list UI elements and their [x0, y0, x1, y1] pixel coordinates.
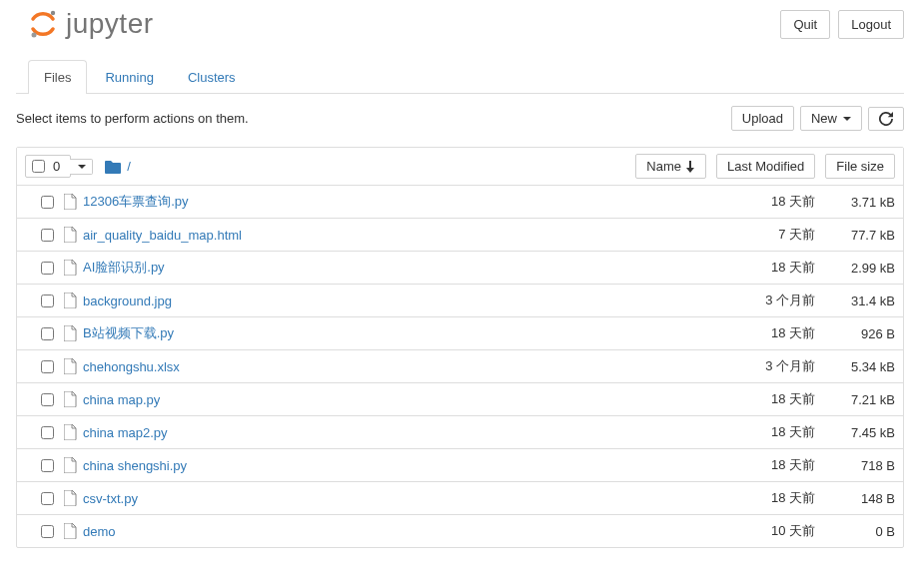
- file-checkbox[interactable]: [41, 262, 54, 275]
- file-name-link[interactable]: csv-txt.py: [83, 491, 138, 506]
- file-size: 31.4 kB: [815, 294, 895, 308]
- file-size: 7.45 kB: [815, 425, 895, 440]
- file-checkbox[interactable]: [41, 393, 54, 406]
- file-row: csv-txt.py18 天前148 B: [17, 482, 903, 515]
- file-checkbox[interactable]: [41, 525, 54, 538]
- logo-text: jupyter: [66, 8, 154, 40]
- file-name-link[interactable]: demo: [83, 524, 116, 539]
- jupyter-logo-icon: [28, 9, 58, 39]
- file-size: 3.71 kB: [815, 195, 895, 210]
- breadcrumb[interactable]: /: [105, 159, 131, 174]
- file-row: demo10 天前0 B: [17, 515, 903, 547]
- folder-icon: [105, 160, 121, 174]
- refresh-icon: [879, 112, 893, 126]
- file-modified: 18 天前: [705, 193, 815, 211]
- breadcrumb-root: /: [127, 159, 131, 174]
- tab-files[interactable]: Files: [28, 60, 87, 94]
- file-name-link[interactable]: background.jpg: [83, 294, 172, 308]
- file-icon: [64, 293, 77, 308]
- logo[interactable]: jupyter: [16, 8, 154, 40]
- file-checkbox[interactable]: [41, 459, 54, 472]
- file-modified: 7 天前: [705, 226, 815, 244]
- file-row: china map2.py18 天前7.45 kB: [17, 416, 903, 449]
- upload-button[interactable]: Upload: [731, 106, 794, 131]
- tab-running[interactable]: Running: [89, 60, 169, 94]
- svg-point-1: [32, 33, 37, 38]
- file-checkbox[interactable]: [41, 426, 54, 439]
- caret-down-icon: [78, 165, 86, 169]
- file-row: china shengshi.py18 天前718 B: [17, 449, 903, 482]
- file-modified: 18 天前: [705, 489, 815, 507]
- new-button[interactable]: New: [800, 106, 862, 131]
- tabs: Files Running Clusters: [16, 60, 904, 94]
- file-size: 0 B: [815, 524, 895, 539]
- sort-size-button[interactable]: File size: [825, 154, 895, 179]
- file-modified: 18 天前: [705, 423, 815, 441]
- file-row: background.jpg3 个月前31.4 kB: [17, 285, 903, 317]
- file-name-link[interactable]: china map2.py: [83, 425, 168, 440]
- file-size: 7.21 kB: [815, 392, 895, 407]
- file-checkbox[interactable]: [41, 196, 54, 209]
- select-all-group: 0: [25, 155, 71, 178]
- file-icon: [64, 457, 77, 473]
- file-list: 0 / Name Last Modified File size: [16, 147, 904, 548]
- file-size: 718 B: [815, 458, 895, 473]
- file-icon: [64, 227, 77, 243]
- file-modified: 18 天前: [705, 390, 815, 408]
- file-checkbox[interactable]: [41, 360, 54, 373]
- file-size: 5.34 kB: [815, 359, 895, 374]
- refresh-button[interactable]: [868, 107, 904, 131]
- file-name-link[interactable]: B站视频下载.py: [83, 324, 174, 342]
- file-size: 2.99 kB: [815, 261, 895, 276]
- list-header: 0 / Name Last Modified File size: [17, 148, 903, 186]
- file-name-link[interactable]: chehongshu.xlsx: [83, 359, 180, 374]
- caret-down-icon: [843, 117, 851, 121]
- file-icon: [64, 424, 77, 440]
- file-modified: 18 天前: [705, 324, 815, 342]
- file-icon: [64, 358, 77, 374]
- header-buttons: Quit Logout: [780, 10, 904, 39]
- file-icon: [64, 325, 77, 341]
- logout-button[interactable]: Logout: [838, 10, 904, 39]
- sort-modified-button[interactable]: Last Modified: [716, 154, 815, 179]
- select-dropdown-button[interactable]: [70, 159, 93, 175]
- file-row: china map.py18 天前7.21 kB: [17, 383, 903, 416]
- file-icon: [64, 391, 77, 407]
- file-row: B站视频下载.py18 天前926 B: [17, 317, 903, 350]
- file-checkbox[interactable]: [41, 229, 54, 242]
- file-name-link[interactable]: 12306车票查询.py: [83, 193, 189, 211]
- file-name-link[interactable]: air_quality_baidu_map.html: [83, 228, 242, 243]
- file-name-link[interactable]: china map.py: [83, 392, 160, 407]
- file-rows: 12306车票查询.py18 天前3.71 kBair_quality_baid…: [17, 186, 903, 547]
- file-modified: 18 天前: [705, 456, 815, 474]
- help-text: Select items to perform actions on them.: [16, 111, 249, 126]
- select-count: 0: [53, 159, 60, 174]
- file-row: 12306车票查询.py18 天前3.71 kB: [17, 186, 903, 219]
- file-modified: 10 天前: [705, 522, 815, 540]
- file-name-link[interactable]: AI脸部识别.py: [83, 259, 165, 277]
- file-modified: 3 个月前: [705, 292, 815, 309]
- svg-point-0: [51, 11, 55, 15]
- file-row: AI脸部识别.py18 天前2.99 kB: [17, 252, 903, 285]
- file-checkbox[interactable]: [41, 492, 54, 505]
- file-icon: [64, 523, 77, 539]
- tab-clusters[interactable]: Clusters: [172, 60, 252, 94]
- file-row: air_quality_baidu_map.html7 天前77.7 kB: [17, 219, 903, 252]
- file-icon: [64, 194, 77, 210]
- sort-name-button[interactable]: Name: [635, 154, 706, 179]
- file-size: 148 B: [815, 491, 895, 506]
- header: jupyter Quit Logout: [16, 0, 904, 48]
- toolbar: Select items to perform actions on them.…: [16, 94, 904, 143]
- arrow-down-icon: [685, 161, 695, 173]
- file-row: chehongshu.xlsx3 个月前5.34 kB: [17, 350, 903, 383]
- file-icon: [64, 260, 77, 276]
- select-all-checkbox[interactable]: [32, 160, 45, 173]
- file-checkbox[interactable]: [41, 327, 54, 340]
- file-name-link[interactable]: china shengshi.py: [83, 458, 187, 473]
- file-size: 77.7 kB: [815, 228, 895, 243]
- file-modified: 3 个月前: [705, 357, 815, 375]
- quit-button[interactable]: Quit: [780, 10, 830, 39]
- file-checkbox[interactable]: [41, 294, 54, 307]
- file-icon: [64, 490, 77, 506]
- sort-name-label: Name: [646, 159, 681, 174]
